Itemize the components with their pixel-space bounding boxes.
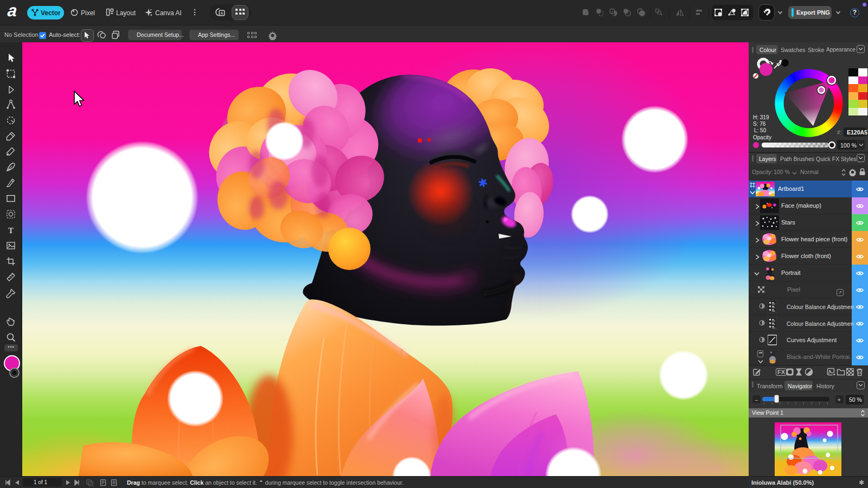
svg-text:A: A [220, 11, 223, 16]
svg-text:T: T [8, 226, 14, 235]
